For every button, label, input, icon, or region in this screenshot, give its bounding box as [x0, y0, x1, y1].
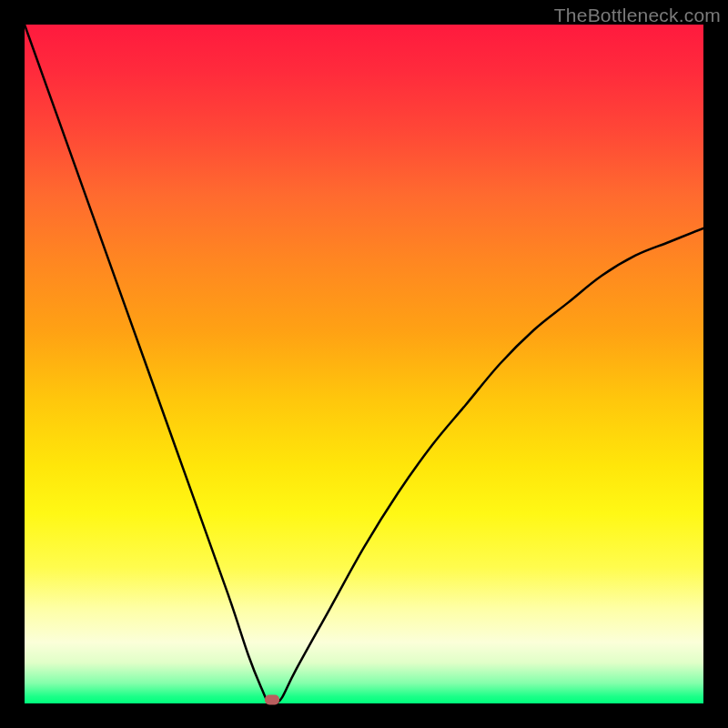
chart-plot-area: [25, 25, 703, 703]
watermark-text: TheBottleneck.com: [554, 5, 721, 26]
bottleneck-curve: [25, 25, 703, 703]
optimal-point-marker: [265, 695, 279, 705]
